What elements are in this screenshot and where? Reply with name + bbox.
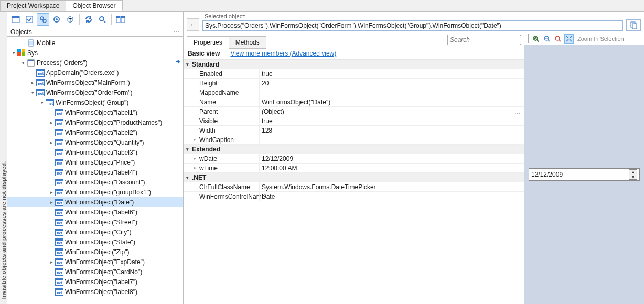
search-box[interactable]: 🔍︎ — [447, 35, 521, 45]
tab-project-workspace[interactable]: Project Workspace — [0, 0, 66, 11]
tree-item-16[interactable]: netWinFormsObject("CardNo") — [7, 267, 183, 277]
copy-button[interactable] — [626, 19, 641, 31]
zoom-in-icon[interactable] — [531, 34, 541, 44]
tree-item-4[interactable]: netWinFormsObject("label3") — [7, 147, 183, 157]
property-grid[interactable]: ▾StandardEnabledtrueHeight20MappedNameNa… — [184, 60, 524, 304]
tree-item-15[interactable]: ▸netWinFormsObject("ExpDate") — [7, 257, 183, 267]
prop-row[interactable]: ClrFullClassNameSystem.Windows.Forms.Dat… — [184, 182, 524, 192]
prop-row[interactable]: Parent(Object)… — [184, 107, 524, 116]
tree-item-17[interactable]: netWinFormsObject("label7") — [7, 277, 183, 287]
node-label: WinFormsObject("City") — [65, 229, 132, 236]
toolbar-gear-icon[interactable] — [50, 13, 63, 26]
tree-item-11[interactable]: netWinFormsObject("Street") — [7, 217, 183, 227]
toolbar-window-icon[interactable] — [114, 13, 127, 26]
tree-item-7[interactable]: netWinFormsObject("Discount") — [7, 177, 183, 187]
twisty-icon[interactable]: ▸ — [29, 80, 36, 86]
prop-row[interactable]: ●wTime12:00:00 AM — [184, 164, 524, 173]
node-icon — [27, 39, 35, 47]
toolbar-refresh-icon[interactable] — [82, 13, 95, 26]
prop-row[interactable]: ●WndCaption — [184, 135, 524, 145]
tab-methods[interactable]: Methods — [229, 36, 266, 49]
object-tree[interactable]: Mobile▾Sys▾Process("Orders")netAppDomain… — [7, 37, 183, 304]
tree-item-6[interactable]: netWinFormsObject("label4") — [7, 167, 183, 177]
node-icon: net — [36, 79, 45, 87]
advanced-view-link[interactable]: View more members (Advanced view) — [230, 50, 336, 57]
node-icon: net — [55, 148, 63, 157]
tab-object-browser[interactable]: Object Browser — [66, 0, 122, 11]
top-tabs: Project Workspace Object Browser — [0, 0, 644, 12]
prop-group[interactable]: ▾Standard — [184, 60, 524, 69]
svg-rect-14 — [17, 52, 21, 56]
node-icon: net — [55, 258, 63, 266]
tree-item-13[interactable]: netWinFormsObject("State") — [7, 237, 183, 247]
tree-mobile[interactable]: Mobile — [7, 38, 183, 48]
prop-row[interactable]: Enabledtrue — [184, 69, 524, 79]
node-label: WinFormsObject("CardNo") — [65, 268, 142, 276]
twisty-icon[interactable]: ▸ — [48, 259, 55, 265]
twisty-icon[interactable]: ▾ — [20, 60, 26, 66]
twisty-icon[interactable]: ▾ — [39, 100, 45, 106]
twisty-icon[interactable]: ▸ — [48, 120, 55, 126]
tree-item-5[interactable]: netWinFormsObject("Price") — [7, 157, 183, 167]
prop-row[interactable]: Width128 — [184, 126, 524, 135]
twisty-icon[interactable]: ▸ — [48, 199, 55, 205]
preview-toolbar: Zoom In Selection — [524, 32, 644, 45]
node-icon: net — [55, 218, 63, 226]
prop-row[interactable]: WinFormsControlNameDate — [184, 192, 524, 201]
node-icon: net — [55, 188, 63, 197]
tree-item-2[interactable]: netWinFormsObject("label2") — [7, 127, 183, 137]
toolbar-cube-icon[interactable] — [64, 13, 77, 26]
prop-group[interactable]: ▾.NET — [184, 173, 524, 182]
twisty-icon[interactable]: ▾ — [10, 50, 17, 56]
svg-rect-11 — [121, 16, 125, 18]
toolbar-btn-1[interactable] — [9, 13, 22, 26]
tree-item-10[interactable]: netWinFormsObject("label6") — [7, 207, 183, 217]
tree-appdomain[interactable]: netAppDomain("Orders.exe") — [7, 68, 183, 78]
node-icon: net — [36, 69, 45, 77]
tree-item-1[interactable]: ▸netWinFormsObject("ProductNames") — [7, 117, 183, 127]
toolbar-btn-2[interactable] — [23, 13, 36, 26]
prop-row[interactable]: Visibletrue — [184, 116, 524, 126]
node-icon: net — [55, 288, 63, 296]
filter-icon[interactable]: ⋯ — [174, 28, 180, 36]
tree-orderform[interactable]: ▾netWinFormsObject("OrderForm") — [7, 88, 183, 97]
back-button[interactable]: ← — [187, 18, 199, 31]
prop-row[interactable]: NameWinFormsObject("Date") — [184, 97, 524, 107]
node-icon: net — [55, 178, 63, 187]
selected-object-path[interactable] — [202, 20, 623, 31]
node-label: WinFormsObject("Street") — [65, 219, 137, 226]
prop-row[interactable]: ●wDate12/12/2009 — [184, 154, 524, 164]
prop-row[interactable]: Height20 — [184, 79, 524, 88]
tree-sys[interactable]: ▾Sys — [7, 48, 183, 58]
tree-item-0[interactable]: netWinFormsObject("label1") — [7, 107, 183, 117]
tree-item-9[interactable]: ▸netWinFormsObject("Date") — [7, 197, 183, 207]
tree-item-14[interactable]: netWinFormsObject("Zip") — [7, 247, 183, 257]
twisty-icon[interactable]: ▸ — [48, 139, 55, 146]
tree-group[interactable]: ▾netWinFormsObject("Group") — [7, 97, 183, 107]
toolbar-gear-plus-icon[interactable] — [96, 13, 109, 26]
prop-group[interactable]: ▾Extended — [184, 145, 524, 154]
zoom-fit-icon[interactable] — [564, 34, 574, 44]
node-icon: net — [55, 208, 63, 216]
tree-mainform[interactable]: ▸netWinFormsObject("MainForm") — [7, 78, 183, 88]
node-label: WinFormsObject("groupBox1") — [65, 189, 151, 196]
zoom-reset-icon[interactable] — [553, 34, 563, 44]
twisty-icon[interactable]: ▾ — [29, 90, 36, 96]
tab-properties[interactable]: Properties — [187, 36, 229, 49]
tree-item-18[interactable]: netWinFormsObject("label8") — [7, 287, 183, 297]
tree-process[interactable]: ▾Process("Orders") — [7, 58, 183, 68]
prop-row[interactable]: MappedName — [184, 88, 524, 97]
basic-view-label: Basic view — [188, 50, 220, 57]
search-input[interactable] — [448, 36, 531, 44]
toolbar-btn-3[interactable] — [37, 13, 49, 26]
tree-item-3[interactable]: ▸netWinFormsObject("Quantity") — [7, 137, 183, 147]
zoom-out-icon[interactable] — [542, 34, 552, 44]
node-label: WinFormsObject("State") — [65, 238, 135, 246]
svg-rect-21 — [632, 24, 637, 29]
twisty-icon[interactable]: ▸ — [48, 189, 55, 196]
svg-rect-13 — [29, 41, 33, 45]
goto-icon[interactable] — [175, 59, 181, 65]
tree-item-8[interactable]: ▸netWinFormsObject("groupBox1") — [7, 187, 183, 197]
tree-item-12[interactable]: netWinFormsObject("City") — [7, 227, 183, 237]
node-icon — [17, 49, 26, 57]
